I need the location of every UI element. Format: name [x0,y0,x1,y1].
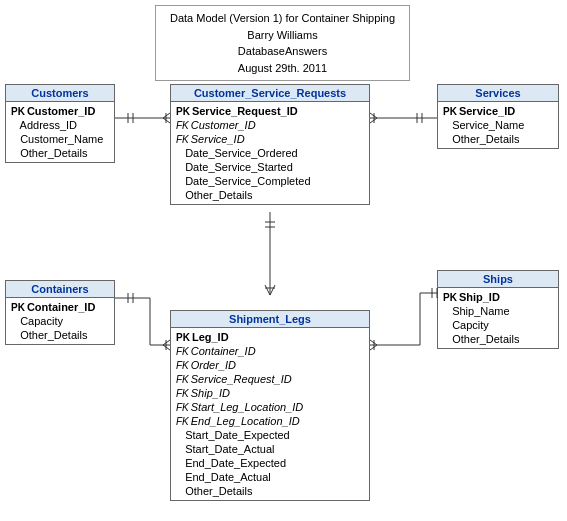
entity-services: Services PKService_ID Service_Name Other… [437,84,559,149]
svg-line-24 [163,340,170,345]
entity-csr-title: Customer_Service_Requests [171,85,369,102]
title-line4: August 29th. 2011 [164,60,401,77]
title-line2: Barry Williams [164,27,401,44]
entity-shipment-legs-title: Shipment_Legs [171,311,369,328]
containers-capacity: Capacity [11,314,109,328]
sl-end-actual: End_Date_Actual [176,470,364,484]
customers-pk-customer-id: PKCustomer_ID [11,104,109,118]
entity-ships-body: PKShip_ID Ship_Name Capcity Other_Detail… [438,288,558,348]
title-box: Data Model (Version 1) for Container Shi… [155,5,410,81]
entity-services-title: Services [438,85,558,102]
entity-services-body: PKService_ID Service_Name Other_Details [438,102,558,148]
svg-line-25 [163,345,170,350]
diagram-container: Data Model (Version 1) for Container Shi… [0,0,567,521]
sl-pk: PKLeg_ID [176,330,364,344]
sl-fk-ship: FKShip_ID [176,386,364,400]
entity-ships-title: Ships [438,271,558,288]
ships-pk: PKShip_ID [443,290,553,304]
ships-capacity: Capcity [443,318,553,332]
ships-other-details: Other_Details [443,332,553,346]
csr-other-details: Other_Details [176,188,364,202]
title-line3: DatabaseAnswers [164,43,401,60]
csr-date-started: Date_Service_Started [176,160,364,174]
csr-date-completed: Date_Service_Completed [176,174,364,188]
svg-line-4 [163,113,170,118]
entity-containers: Containers PKContainer_ID Capacity Other… [5,280,115,345]
containers-pk: PKContainer_ID [11,300,109,314]
entity-shipment-legs-body: PKLeg_ID FKContainer_ID FKOrder_ID FKSer… [171,328,369,500]
svg-line-16 [265,285,270,295]
entity-containers-title: Containers [6,281,114,298]
customers-other-details: Other_Details [11,146,109,160]
svg-line-32 [370,340,377,345]
services-service-name: Service_Name [443,118,553,132]
sl-fk-container: FKContainer_ID [176,344,364,358]
sl-start-actual: Start_Date_Actual [176,442,364,456]
services-other-details: Other_Details [443,132,553,146]
csr-fk-customer: FKCustomer_ID [176,118,364,132]
customers-address-id: Address_ID [11,118,109,132]
sl-other-details: Other_Details [176,484,364,498]
entity-csr-body: PKService_Request_ID FKCustomer_ID FKSer… [171,102,369,204]
svg-line-17 [270,285,275,295]
entity-customers-title: Customers [6,85,114,102]
customers-customer-name: Customer_Name [11,132,109,146]
svg-line-11 [370,118,377,123]
csr-pk: PKService_Request_ID [176,104,364,118]
sl-fk-order: FKOrder_ID [176,358,364,372]
csr-fk-service: FKService_ID [176,132,364,146]
entity-customers: Customers PKCustomer_ID Address_ID Custo… [5,84,115,163]
entity-csr: Customer_Service_Requests PKService_Requ… [170,84,370,205]
sl-fk-start-loc: FKStart_Leg_Location_ID [176,400,364,414]
sl-end-expected: End_Date_Expected [176,456,364,470]
title-line1: Data Model (Version 1) for Container Shi… [164,10,401,27]
sl-start-expected: Start_Date_Expected [176,428,364,442]
csr-date-ordered: Date_Service_Ordered [176,146,364,160]
svg-line-33 [370,345,377,350]
entity-customers-body: PKCustomer_ID Address_ID Customer_Name O… [6,102,114,162]
ships-name: Ship_Name [443,304,553,318]
svg-line-10 [370,113,377,118]
sl-fk-service-request: FKService_Request_ID [176,372,364,386]
containers-other-details: Other_Details [11,328,109,342]
entity-containers-body: PKContainer_ID Capacity Other_Details [6,298,114,344]
svg-line-5 [163,118,170,123]
services-pk-service-id: PKService_ID [443,104,553,118]
entity-ships: Ships PKShip_ID Ship_Name Capcity Other_… [437,270,559,349]
sl-fk-end-loc: FKEnd_Leg_Location_ID [176,414,364,428]
entity-shipment-legs: Shipment_Legs PKLeg_ID FKContainer_ID FK… [170,310,370,501]
